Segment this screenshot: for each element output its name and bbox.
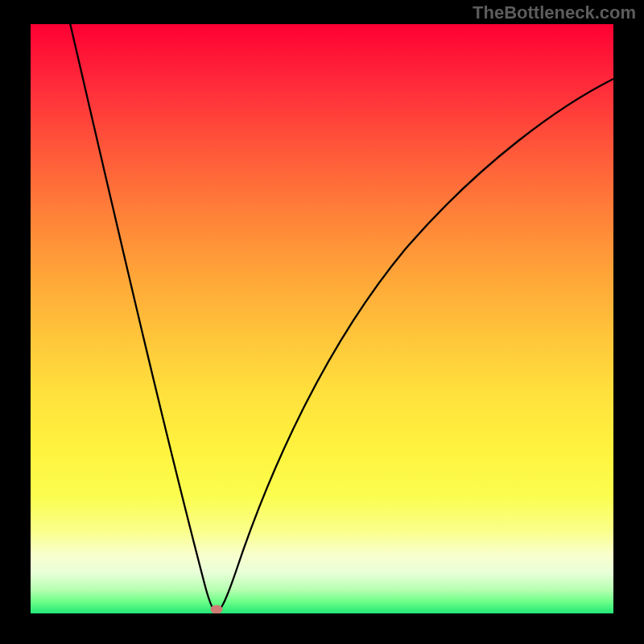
min-point-marker xyxy=(211,605,223,614)
curve-path xyxy=(68,24,613,612)
bottleneck-curve xyxy=(31,24,613,613)
watermark-text: TheBottleneck.com xyxy=(473,2,636,23)
chart-frame: TheBottleneck.com xyxy=(0,0,644,644)
plot-area xyxy=(31,24,613,613)
